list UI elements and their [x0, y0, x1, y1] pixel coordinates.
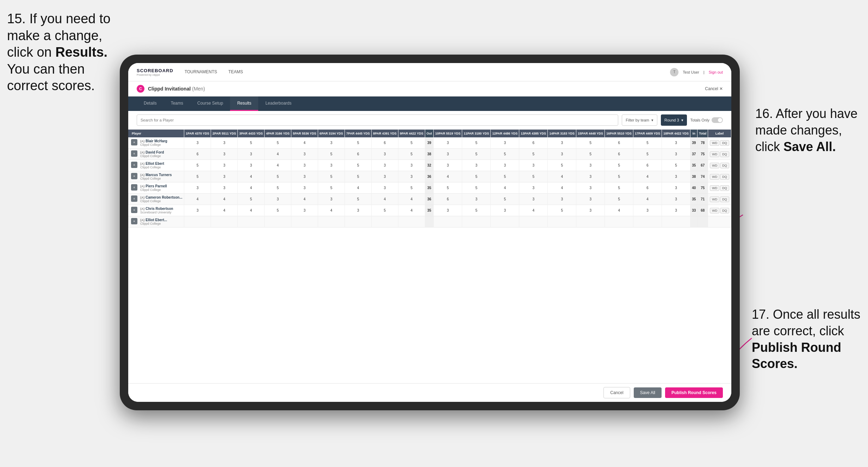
- hole-16-score[interactable]: 5: [605, 182, 633, 194]
- hole-8-score[interactable]: 3: [371, 149, 398, 160]
- nav-teams[interactable]: TEAMS: [228, 69, 243, 75]
- hole-6-score[interactable]: 5: [318, 149, 345, 160]
- hole-12-score[interactable]: 3: [491, 160, 519, 171]
- hole-9-score[interactable]: 4: [398, 205, 425, 216]
- hole-8-score[interactable]: 4: [371, 194, 398, 205]
- label-dq-btn[interactable]: DQ: [720, 163, 729, 168]
- hole-12-score[interactable]: 3: [491, 205, 519, 216]
- hole-1-score[interactable]: 5: [184, 171, 211, 182]
- hole-14-score[interactable]: 4: [548, 171, 576, 182]
- tab-teams[interactable]: Teams: [164, 96, 190, 111]
- hole-5-score[interactable]: 3: [291, 149, 318, 160]
- search-input[interactable]: [137, 114, 618, 126]
- hole-15-score[interactable]: 3: [576, 160, 605, 171]
- hole-7-score[interactable]: 5: [345, 137, 371, 149]
- hole-1-score[interactable]: 5: [184, 160, 211, 171]
- hole-10-score[interactable]: 6: [434, 194, 462, 205]
- hole-17-score[interactable]: 6: [633, 182, 662, 194]
- tab-results[interactable]: Results: [230, 96, 258, 111]
- hole-17-score[interactable]: 4: [633, 194, 662, 205]
- hole-18-score[interactable]: 3: [662, 149, 690, 160]
- hole-4-score[interactable]: 5: [265, 182, 291, 194]
- hole-12-score[interactable]: 5: [491, 194, 519, 205]
- hole-16-score[interactable]: 6: [605, 137, 633, 149]
- hole-18-score[interactable]: 5: [662, 160, 690, 171]
- hole-11-score[interactable]: 5: [462, 171, 491, 182]
- label-dq-btn[interactable]: DQ: [720, 208, 729, 213]
- cancel-tournament-btn[interactable]: Cancel ✕: [705, 86, 723, 91]
- hole-17-score[interactable]: 5: [633, 149, 662, 160]
- hole-8-score[interactable]: 3: [371, 182, 398, 194]
- hole-16-score[interactable]: 5: [605, 160, 633, 171]
- sort-icon[interactable]: ≡: [131, 150, 137, 157]
- hole-16-score[interactable]: 5: [605, 194, 633, 205]
- label-wd-btn[interactable]: WD: [710, 163, 719, 168]
- label-wd-btn[interactable]: WD: [710, 185, 719, 191]
- tab-details[interactable]: Details: [137, 96, 164, 111]
- hole-12-score[interactable]: 5: [491, 149, 519, 160]
- hole-13-score[interactable]: 3: [519, 194, 548, 205]
- sort-icon[interactable]: ≡: [131, 207, 137, 213]
- hole-11-score[interactable]: 5: [462, 182, 491, 194]
- hole-5-score[interactable]: 3: [291, 171, 318, 182]
- hole-14-score[interactable]: 4: [548, 182, 576, 194]
- hole-2-score[interactable]: 3: [211, 137, 238, 149]
- hole-7-score[interactable]: 6: [345, 149, 371, 160]
- hole-10-score[interactable]: 3: [434, 137, 462, 149]
- hole-6-score[interactable]: 5: [318, 171, 345, 182]
- label-dq-btn[interactable]: DQ: [720, 174, 729, 180]
- team-filter-dropdown[interactable]: Filter by team ▾: [622, 114, 657, 126]
- hole-12-score[interactable]: 3: [491, 137, 519, 149]
- hole-3-score[interactable]: 4: [238, 182, 265, 194]
- hole-16-score[interactable]: [605, 216, 633, 228]
- save-all-button[interactable]: Save All: [634, 387, 662, 398]
- hole-3-score[interactable]: 5: [238, 137, 265, 149]
- hole-11-score[interactable]: 3: [462, 160, 491, 171]
- hole-15-score[interactable]: 3: [576, 194, 605, 205]
- label-wd-btn[interactable]: WD: [710, 174, 719, 180]
- hole-14-score[interactable]: 3: [548, 149, 576, 160]
- publish-button[interactable]: Publish Round Scores: [665, 387, 723, 398]
- hole-5-score[interactable]: 3: [291, 160, 318, 171]
- hole-6-score[interactable]: 3: [318, 194, 345, 205]
- hole-4-score[interactable]: 4: [265, 149, 291, 160]
- hole-8-score[interactable]: 3: [371, 160, 398, 171]
- sort-icon[interactable]: ≡: [131, 162, 137, 168]
- tab-course-setup[interactable]: Course Setup: [190, 96, 230, 111]
- cancel-action-button[interactable]: Cancel: [603, 387, 630, 398]
- hole-13-score[interactable]: 6: [519, 137, 548, 149]
- hole-6-score[interactable]: 4: [318, 205, 345, 216]
- label-wd-btn[interactable]: WD: [710, 208, 719, 213]
- hole-17-score[interactable]: 6: [633, 160, 662, 171]
- hole-4-score[interactable]: [265, 216, 291, 228]
- hole-14-score[interactable]: 5: [548, 205, 576, 216]
- label-wd-btn[interactable]: WD: [710, 140, 719, 146]
- hole-3-score[interactable]: 3: [238, 160, 265, 171]
- scores-container[interactable]: Player 1PAR 4370 YDS 2PAR 5511 YDS 3PAR …: [128, 130, 731, 383]
- hole-15-score[interactable]: 3: [576, 171, 605, 182]
- hole-12-score[interactable]: [491, 216, 519, 228]
- totals-switch[interactable]: [712, 117, 723, 123]
- hole-16-score[interactable]: 5: [605, 171, 633, 182]
- hole-14-score[interactable]: 3: [548, 194, 576, 205]
- hole-2-score[interactable]: 3: [211, 149, 238, 160]
- hole-17-score[interactable]: 5: [633, 137, 662, 149]
- hole-18-score[interactable]: 3: [662, 182, 690, 194]
- hole-1-score[interactable]: [184, 216, 211, 228]
- sort-icon[interactable]: ≡: [131, 139, 137, 145]
- label-wd-btn[interactable]: WD: [710, 151, 719, 157]
- hole-13-score[interactable]: 5: [519, 171, 548, 182]
- hole-10-score[interactable]: [434, 216, 462, 228]
- hole-10-score[interactable]: 4: [434, 171, 462, 182]
- hole-14-score[interactable]: [548, 216, 576, 228]
- hole-9-score[interactable]: 5: [398, 137, 425, 149]
- hole-11-score[interactable]: 5: [462, 149, 491, 160]
- hole-11-score[interactable]: [462, 216, 491, 228]
- hole-1-score[interactable]: 3: [184, 182, 211, 194]
- sort-icon[interactable]: ≡: [131, 184, 137, 191]
- hole-5-score[interactable]: 4: [291, 137, 318, 149]
- hole-18-score[interactable]: [662, 216, 690, 228]
- sign-out-link[interactable]: Sign out: [709, 70, 723, 74]
- hole-1-score[interactable]: 6: [184, 149, 211, 160]
- hole-17-score[interactable]: 4: [633, 171, 662, 182]
